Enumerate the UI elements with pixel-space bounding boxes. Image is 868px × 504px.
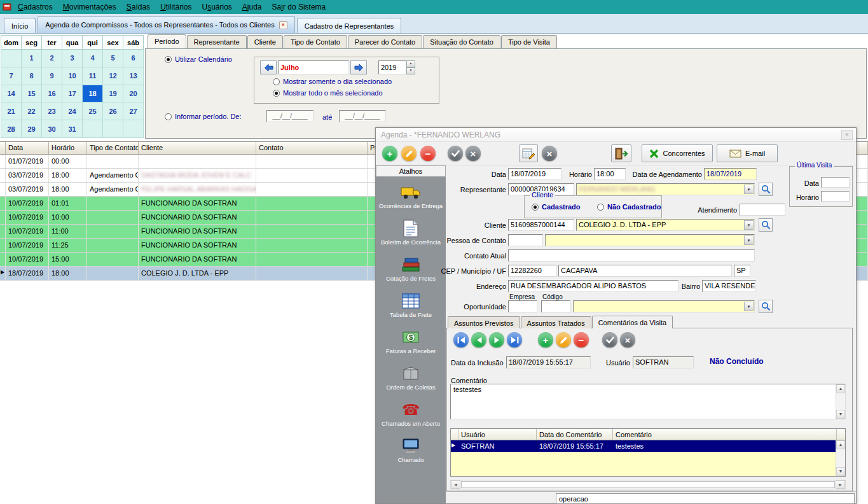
radio-informar-periodo[interactable]: Informar período. De:	[165, 113, 242, 120]
spin-up-icon[interactable]: ▲	[406, 60, 415, 67]
shortcut-item[interactable]: Boletim de Ocorrência	[376, 220, 445, 246]
agendamento-field[interactable]: 18/07/2019	[704, 168, 757, 180]
delete-comment-button[interactable]: −	[574, 332, 589, 347]
filter-tab-3[interactable]: Tipo de Contato	[284, 35, 347, 48]
chevron-down-icon[interactable]: ▼	[744, 220, 754, 230]
cliente-search-button[interactable]	[759, 218, 773, 232]
calendar-day[interactable]: 28	[1, 120, 22, 138]
calendar-day[interactable]: 29	[22, 120, 42, 138]
email-button[interactable]: E-mail	[717, 144, 778, 162]
calendar-day[interactable]: 24	[62, 102, 83, 120]
comments-grid-hscroll[interactable]: ◄ ►	[450, 480, 846, 489]
calendar-day[interactable]: 17	[62, 85, 83, 102]
menu-item[interactable]: Usuários	[196, 1, 237, 13]
grid-column-header[interactable]: Data	[6, 142, 49, 154]
shortcut-item[interactable]: Chamado	[376, 437, 445, 463]
calendar-day[interactable]: 25	[83, 102, 103, 120]
first-record-button[interactable]	[453, 332, 469, 347]
calendar-day[interactable]: 10	[62, 67, 83, 85]
grid-column-header[interactable]: Tipo de Contato	[87, 142, 139, 154]
filter-tab-6[interactable]: Tipo de Visita	[501, 35, 557, 48]
municipio-field[interactable]: CACAPAVA	[558, 265, 732, 277]
calendar-day[interactable]: 27	[123, 102, 144, 120]
edit-comment-button[interactable]	[556, 332, 571, 347]
comments-column-header[interactable]: Data do Comentário	[537, 429, 613, 440]
ultima-visita-horario-field[interactable]	[821, 191, 850, 202]
shortcut-item[interactable]: Cotação de Fretes	[376, 256, 445, 282]
year-field[interactable]: 2019	[378, 60, 406, 74]
calendar-day[interactable]: 16	[42, 85, 62, 102]
shortcut-item[interactable]: Ocorrências de Entrega	[376, 183, 445, 209]
spin-down-icon[interactable]: ▼	[406, 67, 415, 74]
dialog-titlebar[interactable]: Agenda - *FERNANDO WERLANG	[376, 128, 856, 142]
agenda-grid-button[interactable]	[519, 144, 538, 162]
filter-tab-1[interactable]: Representante	[187, 35, 247, 48]
radio-mostrar-mes[interactable]: Mostrar todo o mês selecionado	[273, 89, 383, 97]
calendar-day[interactable]: 13	[123, 67, 144, 85]
oportunidade-combo[interactable]: ▼	[573, 300, 755, 312]
radio-cadastrado[interactable]: Cadastrado	[532, 203, 581, 211]
workspace-tab[interactable]: Cadastro de Representantes	[297, 18, 402, 33]
bairro-field[interactable]: VILA RESENDE	[702, 280, 756, 292]
add-comment-button[interactable]: +	[538, 332, 553, 347]
calendar-day[interactable]: 31	[62, 120, 83, 138]
pessoa-contato-combo[interactable]: ▼	[545, 234, 755, 246]
menu-item[interactable]: Ajuda	[237, 1, 267, 13]
next-month-button[interactable]	[350, 60, 367, 74]
oportunidade-codigo-field[interactable]	[541, 300, 570, 312]
data-field[interactable]: 18/07/2019	[508, 168, 561, 180]
confirm-button[interactable]	[448, 146, 463, 161]
comments-grid-vscroll[interactable]: ▲ ▼	[836, 440, 845, 476]
calendar-day[interactable]: 26	[103, 102, 123, 120]
oportunidade-empresa-field[interactable]	[508, 300, 537, 312]
grid-column-header[interactable]: Cliente	[139, 142, 256, 154]
calendar-day[interactable]: 7	[1, 67, 22, 85]
last-record-button[interactable]	[507, 332, 522, 347]
calendar-day[interactable]: 14	[1, 85, 22, 102]
calendar-day[interactable]: 4	[83, 50, 103, 67]
calendar-day[interactable]: 20	[123, 85, 144, 102]
shortcut-item[interactable]: $Faturas a Receber	[376, 328, 445, 354]
calendar-day[interactable]: 21	[1, 102, 22, 120]
pessoa-contato-code-field[interactable]	[508, 234, 543, 246]
calendar-day[interactable]: 30	[42, 120, 62, 138]
dialog-close-button[interactable]: ×	[841, 130, 853, 140]
filter-tab-0[interactable]: Período	[148, 34, 186, 48]
calendar-day[interactable]: 9	[42, 67, 62, 85]
menu-item[interactable]: Utilitários	[155, 1, 196, 13]
workspace-tab[interactable]: Agenda de Compromissos - Todos os Repres…	[38, 16, 294, 33]
next-record-button[interactable]	[489, 332, 504, 347]
menu-item[interactable]: Movimentações	[58, 1, 121, 13]
calendar-day[interactable]: 1	[22, 50, 42, 67]
visit-tab-2[interactable]: Comentários da Visita	[592, 316, 673, 328]
comentario-textarea[interactable]: testestes ▲ ▼	[450, 384, 846, 419]
calendar-day[interactable]: 15	[22, 85, 42, 102]
concorrentes-button[interactable]: Concorrentes	[642, 144, 713, 162]
radio-mostrar-dia[interactable]: Mostrar somente o dia selecionado	[273, 78, 392, 85]
atendimento-field[interactable]	[740, 204, 785, 216]
chevron-down-icon[interactable]: ▼	[744, 235, 754, 245]
cancel-comment-button[interactable]: ×	[620, 332, 635, 347]
scroll-up-icon[interactable]: ▲	[836, 384, 845, 393]
textarea-vscroll[interactable]: ▲ ▼	[836, 384, 845, 419]
scroll-down-icon[interactable]: ▼	[836, 467, 845, 476]
shortcut-item[interactable]: Ordem de Coletas	[376, 365, 445, 391]
delete-button[interactable]: −	[420, 146, 436, 161]
tab-close-icon[interactable]: ×	[279, 21, 287, 29]
comment-row[interactable]: ▶SOFTRAN18/07/2019 15:55:17testestes	[451, 440, 836, 452]
month-field[interactable]: Julho	[278, 60, 349, 74]
calendar-day[interactable]: 18	[83, 85, 103, 102]
calendar-day[interactable]: 3	[62, 50, 83, 67]
horario-field[interactable]: 18:00	[594, 168, 626, 180]
exit-button[interactable]	[611, 144, 631, 162]
grid-column-header[interactable]: Horário	[49, 142, 87, 154]
comments-column-header[interactable]: Usuário	[458, 429, 537, 440]
cliente-code-field[interactable]: 51609857000144	[508, 219, 574, 231]
visit-tab-1[interactable]: Assuntos Tratados	[521, 316, 591, 328]
prev-record-button[interactable]	[471, 332, 486, 347]
scroll-left-icon[interactable]: ◄	[451, 480, 460, 489]
year-spinner[interactable]: ▲▼	[406, 60, 415, 74]
filter-tab-4[interactable]: Parecer do Contato	[348, 35, 422, 48]
calendar-day[interactable]: 23	[42, 102, 62, 120]
endereco-field[interactable]: RUA DESEMBARGADOR ALIPIO BASTOS	[508, 280, 679, 292]
